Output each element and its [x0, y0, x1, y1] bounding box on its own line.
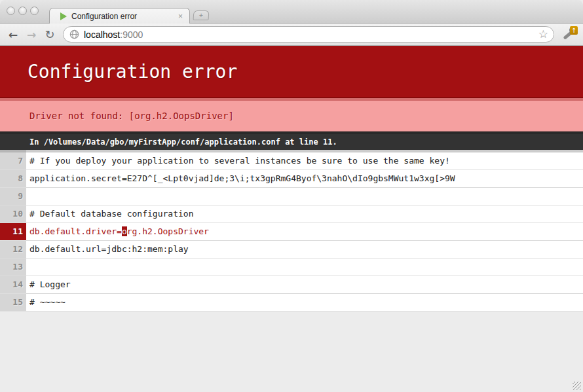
line-number: 14	[0, 276, 26, 293]
code-line: 10 # Default database configuration	[0, 205, 583, 223]
globe-icon	[69, 29, 79, 39]
play-framework-favicon	[60, 12, 67, 20]
code-line: 12 db.default.url=jdbc:h2:mem:play	[0, 241, 583, 258]
code-line-error: 11 db.default.driver=org.h2.OopsDriver	[0, 223, 583, 241]
url-port: :9000	[120, 29, 143, 40]
code-line: 8 application.secret=E27D^[_<Lpt0vjad]de…	[0, 170, 583, 188]
window-controls	[7, 7, 39, 15]
code-line: 14 # Logger	[0, 276, 583, 294]
line-text: db.default.driver=org.h2.OopsDriver	[26, 223, 583, 240]
line-number: 9	[0, 188, 26, 205]
line-number: 12	[0, 241, 26, 258]
error-marker: o	[122, 226, 127, 236]
close-window-button[interactable]	[7, 7, 15, 15]
reload-button[interactable]: ↻	[42, 27, 58, 43]
page-title: Configuration error	[0, 46, 583, 98]
chrome-menu-wrench-button[interactable]: ↑	[559, 26, 578, 43]
line-text: application.secret=E27D^[_<Lpt0vjad]de;3…	[26, 170, 583, 187]
tab-title: Configuration error	[71, 12, 177, 21]
line-text: # If you deploy your application to seve…	[26, 150, 583, 169]
source-code-block: 7 # If you deploy your application to se…	[0, 150, 583, 312]
line-text: # Logger	[26, 276, 583, 293]
browser-tab[interactable]: Configuration error ×	[49, 8, 190, 24]
code-line: 7 # If you deploy your application to se…	[0, 150, 583, 170]
browser-window: Configuration error × + ← → ↻ localhost:…	[0, 0, 583, 392]
line-number: 10	[0, 205, 26, 223]
window-resize-grip[interactable]	[573, 382, 581, 390]
navigation-toolbar: ← → ↻ localhost:9000 ☆ ↑	[0, 24, 583, 46]
title-bar: Configuration error × +	[0, 0, 583, 24]
back-button[interactable]: ←	[5, 27, 21, 43]
bookmark-star-icon[interactable]: ☆	[538, 29, 548, 40]
line-text	[26, 258, 583, 276]
line-text: db.default.url=jdbc:h2:mem:play	[26, 241, 583, 258]
line-number: 11	[0, 223, 26, 240]
error-location: In /Volumes/Data/gbo/myFirstApp/conf/app…	[0, 132, 583, 150]
line-number: 7	[0, 150, 26, 169]
error-page: Configuration error Driver not found: [o…	[0, 46, 583, 392]
error-detail: Driver not found: [org.h2.OopsDriver]	[0, 98, 583, 132]
code-line: 15 # ~~~~~	[0, 294, 583, 312]
line-number: 15	[0, 294, 26, 311]
minimize-window-button[interactable]	[18, 7, 27, 15]
line-number: 13	[0, 258, 26, 276]
line-number: 8	[0, 170, 26, 187]
url-text[interactable]: localhost:9000	[84, 29, 538, 40]
url-host: localhost	[84, 29, 120, 40]
line-text: # ~~~~~	[26, 294, 583, 311]
zoom-window-button[interactable]	[30, 7, 39, 15]
update-available-badge: ↑	[570, 26, 578, 35]
address-bar[interactable]: localhost:9000 ☆	[63, 26, 554, 43]
line-text: # Default database configuration	[26, 205, 583, 223]
line-text	[26, 188, 583, 205]
forward-button[interactable]: →	[24, 27, 39, 43]
code-line: 9	[0, 188, 583, 205]
new-tab-button[interactable]: +	[193, 10, 209, 20]
tab-close-icon[interactable]: ×	[177, 12, 184, 20]
code-line: 13	[0, 258, 583, 276]
